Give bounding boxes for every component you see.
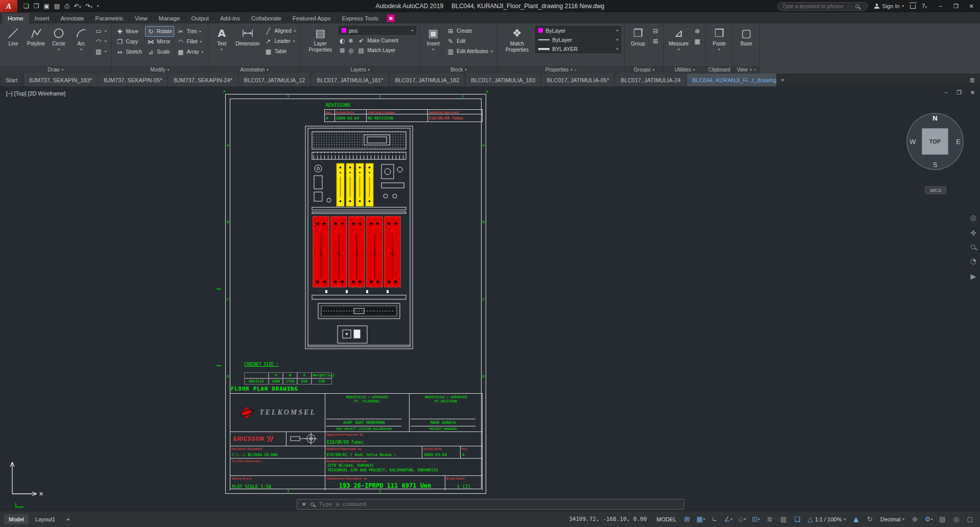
make-current-button[interactable]: ✔Make Current — [356, 36, 416, 45]
array-button[interactable]: ▦Array▾ — [176, 47, 205, 57]
tab-featured-apps[interactable]: Featured Apps — [287, 13, 337, 23]
drawing-canvas[interactable]: [−] [Top] [2D Wireframe] − ❐ ✕ N S W E T… — [0, 86, 980, 511]
tab-addins[interactable]: Add-ins — [214, 13, 246, 23]
group-button[interactable]: ❐ Group — [628, 25, 648, 66]
layout1-tab[interactable]: Layout1 — [31, 514, 60, 524]
panel-label-view[interactable]: View▾» — [733, 66, 759, 74]
group-edit-button[interactable]: ⊞ — [650, 36, 660, 46]
panel-label-layers[interactable]: Layers▾ — [301, 66, 419, 74]
panel-label-groups[interactable]: Groups▾ — [625, 66, 663, 74]
annotation-scale-control[interactable]: △1:1 / 100%▾ — [805, 515, 848, 523]
file-tab[interactable]: BLC017, JATIMULIA_182 — [390, 74, 466, 86]
command-close-icon[interactable]: ✕ — [302, 501, 306, 507]
rectangle-tool-button[interactable]: ▭▾ — [93, 26, 108, 36]
tab-output[interactable]: Output — [185, 13, 214, 23]
panel-label-annotation[interactable]: Annotation▾ — [208, 66, 300, 74]
fillet-button[interactable]: ◠Fillet▾ — [176, 37, 205, 46]
tab-manage[interactable]: Manage — [153, 13, 186, 23]
compass-west[interactable]: W — [910, 138, 916, 146]
tab-list-menu-icon[interactable]: ≣ — [965, 74, 980, 86]
panel-label-utilities[interactable]: Utilities▾ — [664, 66, 705, 74]
showmotion-icon[interactable]: ▶ — [971, 273, 976, 280]
line-button[interactable]: Line — [3, 25, 23, 66]
grid-icon[interactable]: ⊞ — [681, 515, 693, 523]
move-button[interactable]: ✚Move — [115, 27, 144, 36]
match-properties-button[interactable]: ❖ Match Properties — [500, 25, 533, 66]
file-tab[interactable]: BJM737, SEKAPIN_183* — [23, 74, 98, 86]
autoscale-icon[interactable]: ↻ — [864, 515, 876, 523]
insert-block-button[interactable]: ▣ Insert ▾ — [423, 25, 443, 66]
arc-button[interactable]: Arc ▾ — [71, 25, 91, 66]
dimension-button[interactable]: Dimension — [234, 25, 261, 66]
file-tab-start[interactable]: Start — [0, 74, 23, 86]
panel-label-block[interactable]: Block▾ — [420, 66, 497, 74]
isodraft-icon[interactable]: ◇▾ — [736, 515, 748, 523]
pan-icon[interactable]: ✜ — [970, 229, 976, 236]
edit-block-button[interactable]: ✎Edit — [445, 36, 494, 46]
model-tab[interactable]: Model — [4, 514, 29, 524]
lineweight-icon[interactable]: ≣ — [764, 515, 776, 523]
compass-south[interactable]: S — [933, 161, 938, 169]
lineweight-combo[interactable]: BYL AYER ▾ — [535, 44, 621, 53]
minimize-button[interactable]: − — [933, 0, 948, 12]
search-input[interactable] — [782, 3, 852, 9]
tab-annotate[interactable]: Annotate — [55, 13, 89, 23]
close-button[interactable]: ✕ — [964, 0, 979, 12]
create-block-button[interactable]: ⊞Create — [445, 26, 494, 36]
trim-button[interactable]: ✂Trim▾ — [176, 27, 205, 36]
restore-button[interactable]: ❐ — [948, 0, 964, 12]
model-space-toggle[interactable]: MODEL — [654, 516, 679, 522]
layer-isolate-icon[interactable]: ◎ — [347, 47, 354, 54]
steering-wheel-icon[interactable]: ◎ — [970, 214, 976, 221]
command-search-icon[interactable] — [310, 502, 314, 506]
save-as-icon[interactable]: ▤ — [54, 3, 60, 9]
file-tab[interactable]: BLC017, JATIMULIA_12 — [238, 74, 312, 86]
hatch-tool-button[interactable]: ▨▾ — [93, 46, 108, 56]
ungroup-button[interactable]: ⊟ — [650, 26, 660, 36]
tab-home[interactable]: Home — [2, 13, 29, 23]
tab-insert[interactable]: Insert — [29, 13, 55, 23]
tab-view[interactable]: View — [129, 13, 153, 23]
qat-menu-icon[interactable]: ▾ — [97, 4, 99, 8]
panel-label-draw[interactable]: Draw▾ — [0, 66, 111, 74]
new-tab-button[interactable]: + — [777, 74, 789, 86]
add-layout-button[interactable]: + — [62, 514, 74, 524]
file-tab[interactable]: BLC017, JATIMULIA-24 — [615, 74, 686, 86]
featured-app-icon[interactable]: ▦ — [387, 14, 395, 22]
quick-properties-icon[interactable]: ▤ — [937, 515, 948, 523]
clean-screen-icon[interactable]: ▢ — [964, 515, 976, 523]
ellipse-tool-button[interactable]: ◠▾ — [93, 36, 108, 46]
tab-parametric[interactable]: Parametric — [90, 13, 130, 23]
doc-close-icon[interactable]: ✕ — [970, 89, 975, 96]
app-store-icon[interactable] — [910, 5, 916, 9]
file-tab-active[interactable]: BLC044, KURANJI_Fl...t_drawing 2116 New* — [687, 74, 777, 86]
ortho-icon[interactable]: ∟ — [709, 515, 721, 523]
layer-freeze-icon[interactable]: ❄ — [347, 38, 354, 44]
file-tab[interactable]: BJM737, SEKAPIN-05* — [98, 74, 168, 86]
tab-express-tools[interactable]: Express Tools — [337, 13, 384, 23]
dialog-launcher-icon[interactable]: » — [575, 68, 577, 72]
transparency-icon[interactable]: ▨ — [778, 515, 790, 523]
object-color-combo[interactable]: ByLayer ▾ — [535, 26, 621, 35]
viewport-minimize-control[interactable]: [−] — [6, 90, 13, 97]
new-file-icon[interactable]: ❏ — [23, 3, 29, 9]
circle-button[interactable]: Circle ▾ — [49, 25, 69, 66]
layer-select-combo[interactable]: pos ▾ — [339, 26, 416, 35]
file-tab[interactable]: BJM737, SEKAPIN-24* — [168, 74, 238, 86]
doc-minimize-icon[interactable]: − — [944, 89, 947, 96]
leader-button[interactable]: ↗Leader▾ — [263, 36, 297, 46]
measure-button[interactable]: ⊿ Measure ▾ — [667, 25, 690, 66]
save-icon[interactable]: ▣ — [44, 3, 50, 9]
sign-in-button[interactable]: Sign In ▾ — [874, 3, 904, 9]
units-control[interactable]: Decimal▾ — [878, 516, 907, 522]
help-icon[interactable]: ?▾ — [922, 3, 927, 9]
panel-label-modify[interactable]: Modify▾ — [112, 66, 208, 74]
linetype-combo[interactable]: ByLayer ▾ — [535, 35, 621, 44]
view-compass[interactable]: N S W E TOP — [906, 113, 964, 170]
base-view-button[interactable]: ▢ Base — [736, 25, 756, 66]
copy-button[interactable]: ❐Copy — [115, 37, 144, 46]
edit-attributes-button[interactable]: ▥Edit Attributes▾ — [445, 46, 494, 56]
open-file-icon[interactable]: ❐ — [34, 3, 39, 9]
panel-label-clipboard[interactable]: Clipboard — [706, 66, 732, 74]
command-input[interactable] — [319, 501, 679, 508]
